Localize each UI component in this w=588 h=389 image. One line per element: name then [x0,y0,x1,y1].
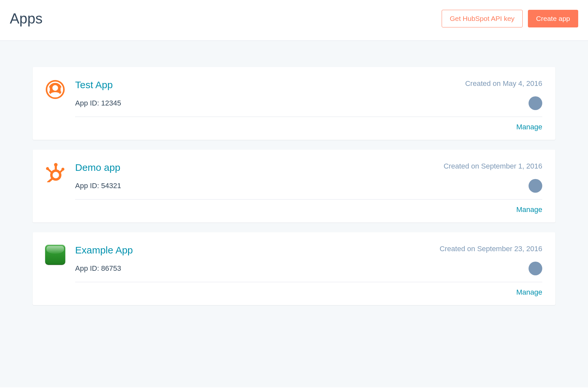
svg-point-10 [46,167,49,170]
app-created-date: Created on September 1, 2016 [444,162,542,170]
manage-link[interactable]: Manage [516,123,542,131]
svg-rect-4 [60,87,63,92]
sprocket-icon [45,162,65,214]
app-created-date: Created on September 23, 2016 [440,245,542,253]
status-indicator-icon [529,262,542,275]
status-indicator-icon [529,96,542,110]
get-api-key-button[interactable]: Get HubSpot API key [442,10,523,27]
app-created-date: Created on May 4, 2016 [465,79,542,88]
app-name-link[interactable]: Example App [75,245,133,256]
apps-list: Test App Created on May 4, 2016 App ID: … [0,41,588,387]
app-name-link[interactable]: Demo app [75,162,120,173]
app-name-link[interactable]: Test App [75,79,113,90]
app-id-text: App ID: 86753 [75,264,121,273]
manage-link[interactable]: Manage [516,205,542,214]
app-id-text: App ID: 12345 [75,99,121,107]
svg-point-12 [61,168,64,170]
page-title: Apps [10,10,42,27]
status-indicator-icon [529,179,542,193]
svg-point-8 [54,163,57,167]
green-square-icon [45,245,65,297]
support-icon [45,79,65,131]
svg-rect-3 [48,87,50,92]
app-card: Test App Created on May 4, 2016 App ID: … [33,67,555,140]
svg-line-6 [48,178,53,182]
svg-point-2 [52,85,58,90]
app-card: Example App Created on September 23, 201… [33,232,555,305]
app-card: Demo app Created on September 1, 2016 Ap… [33,150,555,222]
svg-line-9 [48,169,52,172]
create-app-button[interactable]: Create app [528,10,578,27]
manage-link[interactable]: Manage [516,288,542,297]
app-id-text: App ID: 54321 [75,182,121,190]
header-actions: Get HubSpot API key Create app [442,10,578,27]
